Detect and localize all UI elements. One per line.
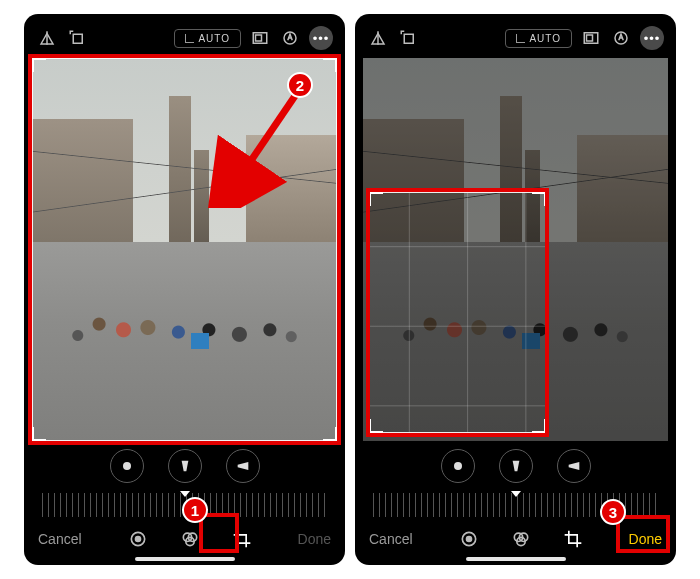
annotation-badge-3: 3 — [600, 499, 626, 525]
auto-label: AUTO — [198, 33, 230, 44]
auto-enhance-button[interactable]: AUTO — [505, 29, 572, 48]
crop-mode-button[interactable] — [226, 523, 258, 555]
home-indicator — [135, 557, 235, 561]
photo-canvas[interactable]: 2 — [32, 58, 337, 441]
home-indicator — [466, 557, 566, 561]
svg-rect-11 — [404, 34, 413, 43]
filters-mode-button[interactable] — [174, 523, 206, 555]
flip-vertical-icon[interactable] — [367, 27, 389, 49]
crop-handle-tr[interactable] — [323, 58, 337, 72]
ruler-pointer-icon — [180, 491, 190, 497]
done-button[interactable]: Done — [298, 531, 331, 547]
editor-topbar: AUTO ••• — [24, 14, 345, 58]
crop-handle-br[interactable] — [323, 427, 337, 441]
photo-canvas[interactable] — [363, 58, 668, 441]
markup-icon[interactable] — [610, 27, 632, 49]
vertical-perspective-button[interactable] — [499, 449, 533, 483]
straighten-button[interactable] — [441, 449, 475, 483]
crop-mode-button[interactable] — [557, 523, 589, 555]
straighten-button[interactable] — [110, 449, 144, 483]
cancel-button[interactable]: Cancel — [38, 531, 82, 547]
auto-enhance-button[interactable]: AUTO — [174, 29, 241, 48]
crop-handle-bl[interactable] — [32, 427, 46, 441]
adjust-mode-button[interactable] — [122, 523, 154, 555]
transform-controls — [355, 441, 676, 491]
cancel-button[interactable]: Cancel — [369, 531, 413, 547]
ruler-pointer-icon — [511, 491, 521, 497]
auto-label: AUTO — [529, 33, 561, 44]
phone-screen-right: AUTO ••• — [355, 14, 676, 565]
rotate-icon[interactable] — [66, 27, 88, 49]
aspect-ratio-icon[interactable] — [249, 27, 271, 49]
svg-rect-2 — [256, 35, 262, 41]
flip-vertical-icon[interactable] — [36, 27, 58, 49]
horizontal-perspective-button[interactable] — [557, 449, 591, 483]
svg-point-7 — [135, 537, 140, 542]
svg-point-5 — [123, 462, 131, 470]
transform-controls — [24, 441, 345, 491]
more-options-icon[interactable]: ••• — [640, 26, 664, 50]
more-options-icon[interactable]: ••• — [309, 26, 333, 50]
filters-mode-button[interactable] — [505, 523, 537, 555]
done-button[interactable]: Done — [629, 531, 662, 547]
crop-frame[interactable] — [32, 58, 337, 441]
adjust-mode-button[interactable] — [453, 523, 485, 555]
aspect-ratio-icon[interactable] — [580, 27, 602, 49]
svg-rect-13 — [587, 35, 593, 41]
markup-icon[interactable] — [279, 27, 301, 49]
rotate-icon[interactable] — [397, 27, 419, 49]
annotation-badge-1: 1 — [182, 497, 208, 523]
horizontal-perspective-button[interactable] — [226, 449, 260, 483]
svg-point-17 — [466, 537, 471, 542]
crop-frame[interactable] — [369, 192, 546, 433]
editor-topbar: AUTO ••• — [355, 14, 676, 58]
phone-screen-left: AUTO ••• 2 — [24, 14, 345, 565]
svg-rect-0 — [73, 34, 82, 43]
annotation-badge-2: 2 — [287, 72, 313, 98]
svg-point-15 — [454, 462, 462, 470]
crop-handle-tl[interactable] — [32, 58, 46, 72]
vertical-perspective-button[interactable] — [168, 449, 202, 483]
